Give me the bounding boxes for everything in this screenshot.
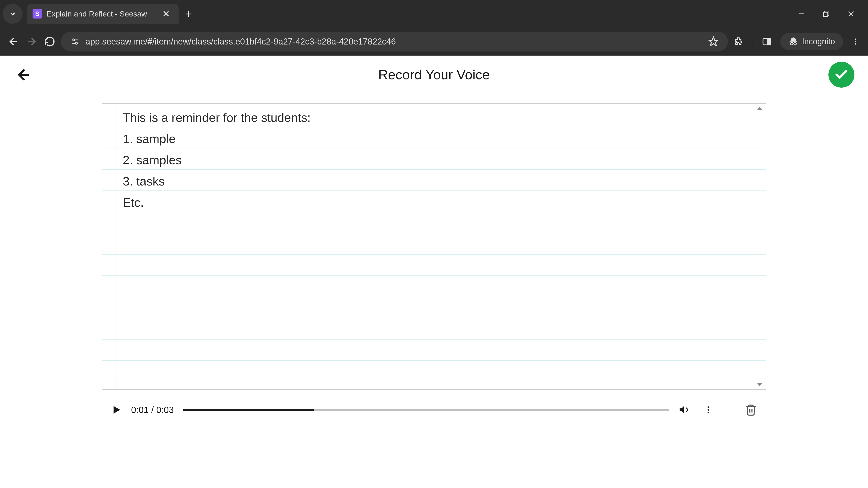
close-window-button[interactable] [845, 8, 857, 20]
checkmark-icon [834, 67, 849, 82]
svg-point-15 [855, 39, 856, 40]
audio-progress-bar[interactable] [183, 409, 669, 411]
new-tab-button[interactable]: + [179, 7, 199, 20]
tab-favicon: S [33, 9, 42, 19]
note-line: 3. tasks [123, 170, 756, 192]
audio-player: 0:01 / 0:03 [102, 390, 766, 430]
browser-tab[interactable]: S Explain and Reflect - Seesaw ✕ [27, 4, 179, 24]
note-line: This is a reminder for the students: [123, 107, 756, 128]
scroll-up-indicator[interactable] [757, 107, 763, 110]
minimize-icon [797, 10, 805, 18]
svg-point-12 [790, 42, 793, 45]
browser-menu-button[interactable] [850, 36, 861, 47]
minimize-button[interactable] [796, 8, 807, 20]
volume-icon [678, 404, 690, 416]
site-settings-button[interactable] [70, 37, 80, 46]
toolbar-right: Incognito [733, 33, 861, 50]
svg-point-16 [855, 41, 856, 42]
note-line: Etc. [123, 192, 756, 213]
play-icon [111, 404, 122, 416]
volume-button[interactable] [678, 404, 690, 416]
arrow-left-icon [8, 36, 19, 47]
arrow-left-icon [16, 67, 32, 83]
dots-vertical-icon [851, 37, 860, 46]
svg-point-6 [73, 39, 75, 41]
maximize-icon [823, 10, 830, 18]
dots-vertical-icon [704, 405, 713, 414]
star-icon [708, 36, 719, 47]
address-bar-row: app.seesaw.me/#/item/new/class/class.e01… [0, 28, 868, 56]
play-button[interactable] [111, 404, 122, 416]
back-nav-button[interactable] [7, 35, 20, 48]
chevron-down-icon [8, 10, 17, 18]
confirm-button[interactable] [829, 62, 855, 88]
incognito-badge[interactable]: Incognito [780, 33, 843, 50]
svg-point-21 [708, 412, 709, 413]
note-text-content: This is a reminder for the students: 1. … [102, 104, 766, 216]
tab-title: Explain and Reflect - Seesaw [46, 9, 156, 18]
note-line: 2. samples [123, 149, 756, 170]
tab-close-button[interactable]: ✕ [160, 8, 172, 19]
reload-button[interactable] [43, 35, 57, 48]
sidepanel-icon [762, 37, 772, 46]
scroll-down-indicator[interactable] [757, 383, 763, 386]
address-bar[interactable]: app.seesaw.me/#/item/new/class/class.e01… [61, 32, 728, 52]
svg-marker-9 [709, 37, 718, 46]
window-controls [796, 8, 868, 20]
incognito-label: Incognito [802, 37, 835, 46]
app-back-button[interactable] [13, 65, 34, 85]
delete-audio-button[interactable] [745, 403, 757, 416]
time-display: 0:01 / 0:03 [131, 405, 174, 415]
total-time: 0:03 [156, 405, 174, 415]
svg-marker-18 [114, 406, 120, 414]
audio-progress-fill [183, 409, 314, 411]
browser-chrome: S Explain and Reflect - Seesaw ✕ + [0, 0, 868, 56]
bookmark-button[interactable] [708, 36, 719, 47]
main-area: This is a reminder for the students: 1. … [0, 94, 868, 488]
svg-point-8 [75, 42, 77, 44]
svg-point-19 [708, 406, 709, 408]
app-content: Record Your Voice This is a reminder for… [0, 56, 868, 488]
reload-icon [44, 36, 55, 47]
tune-icon [70, 37, 80, 46]
app-header: Record Your Voice [0, 56, 868, 94]
page-title: Record Your Voice [378, 67, 490, 83]
note-container[interactable]: This is a reminder for the students: 1. … [102, 103, 766, 390]
toolbar-divider [753, 36, 753, 47]
forward-nav-button[interactable] [25, 35, 38, 48]
svg-point-20 [708, 409, 709, 411]
close-icon [847, 10, 855, 18]
incognito-icon [788, 37, 798, 46]
current-time: 0:01 [131, 405, 149, 415]
trash-icon [745, 403, 757, 416]
note-line: 1. sample [123, 128, 756, 149]
svg-point-17 [855, 43, 856, 45]
svg-point-13 [794, 42, 796, 45]
audio-more-button[interactable] [704, 405, 713, 414]
url-text: app.seesaw.me/#/item/new/class/class.e01… [86, 37, 703, 46]
sidepanel-button[interactable] [760, 35, 774, 48]
extensions-button[interactable] [733, 35, 746, 48]
svg-rect-2 [824, 12, 828, 17]
tab-bar: S Explain and Reflect - Seesaw ✕ + [0, 0, 868, 28]
favicon-letter: S [35, 10, 39, 18]
tab-search-button[interactable] [3, 4, 23, 24]
arrow-right-icon [26, 36, 37, 47]
maximize-button[interactable] [820, 8, 832, 20]
puzzle-icon [734, 36, 745, 47]
svg-rect-11 [768, 38, 771, 45]
